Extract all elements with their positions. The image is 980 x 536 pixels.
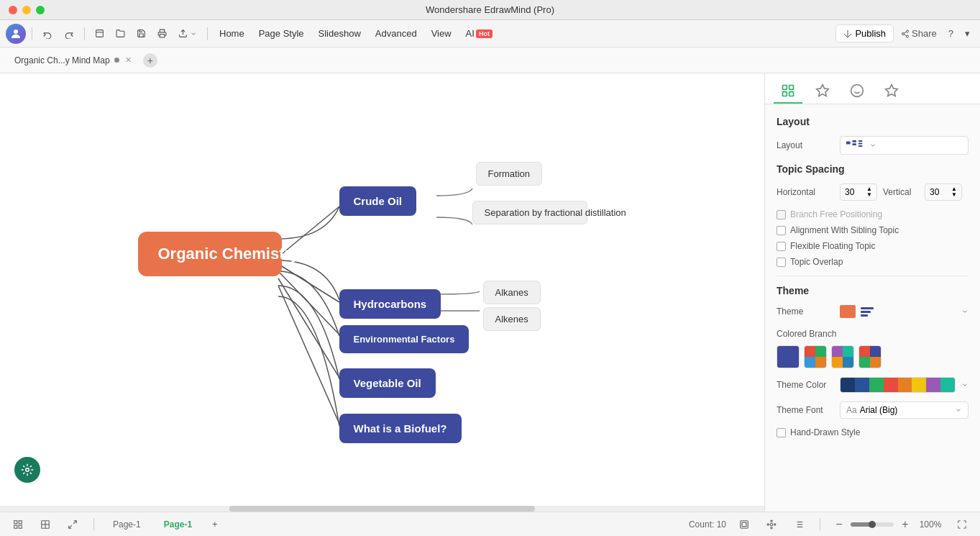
v-down-arrow[interactable]: ▼ bbox=[951, 192, 957, 198]
h-down-arrow[interactable]: ▼ bbox=[866, 192, 872, 198]
share-button[interactable]: Share bbox=[897, 25, 941, 42]
svg-rect-29 bbox=[858, 143, 863, 145]
branch-node-environmental[interactable]: Environmental Factors bbox=[339, 325, 470, 353]
tab-organic-chemistry[interactable]: Organic Ch...y Mind Map ✕ bbox=[9, 47, 137, 73]
theme-color-bar[interactable] bbox=[840, 377, 956, 393]
topic-overlap-row: Topic Overlap bbox=[777, 257, 968, 267]
tab-close-icon[interactable]: ✕ bbox=[125, 55, 132, 65]
svg-point-0 bbox=[14, 29, 18, 34]
menu-advanced[interactable]: Advanced bbox=[370, 25, 423, 42]
svg-point-22 bbox=[851, 85, 864, 97]
minimize-button[interactable] bbox=[22, 6, 31, 14]
leaf-node-formation[interactable]: Formation bbox=[476, 162, 543, 186]
sep-zoom bbox=[820, 518, 820, 531]
undo-button[interactable] bbox=[38, 26, 57, 42]
svg-rect-40 bbox=[741, 520, 748, 528]
branch-node-crude-oil[interactable]: Crude Oil bbox=[339, 186, 417, 216]
new-tab-button[interactable] bbox=[91, 26, 109, 41]
overview-btn[interactable] bbox=[735, 517, 754, 532]
layout-section-title: Layout bbox=[777, 116, 968, 127]
print-button[interactable] bbox=[153, 26, 171, 41]
save-button[interactable] bbox=[132, 26, 150, 41]
canvas[interactable]: Organic Chemistry Crude Oil Formation Se… bbox=[0, 73, 764, 512]
colored-branch-section: Colored Branch bbox=[777, 327, 968, 368]
add-tab-button[interactable]: + bbox=[143, 53, 157, 68]
alignment-sibling-row: Alignment With Sibling Topic bbox=[777, 225, 968, 235]
branch-node-hydrocarbons[interactable]: Hydrocarbons bbox=[339, 289, 441, 319]
menu-page-style[interactable]: Page Style bbox=[253, 25, 310, 42]
menu-ai[interactable]: AI Hot bbox=[460, 25, 498, 42]
svg-rect-41 bbox=[742, 522, 746, 527]
grid-view-btn[interactable] bbox=[36, 517, 55, 532]
cb-option-3[interactable] bbox=[831, 345, 854, 368]
publish-button[interactable]: Publish bbox=[835, 24, 894, 42]
redo-button[interactable] bbox=[60, 26, 78, 42]
svg-rect-34 bbox=[19, 525, 22, 528]
branch-free-positioning-row: Branch Free Positioning bbox=[777, 209, 968, 219]
panel-tab-ai[interactable] bbox=[808, 79, 837, 104]
vertical-spinner[interactable]: 30 ▲ ▼ bbox=[925, 183, 962, 201]
maximize-button[interactable] bbox=[36, 6, 45, 14]
alignment-sibling-checkbox[interactable] bbox=[777, 226, 786, 235]
svg-line-38 bbox=[73, 520, 76, 523]
add-page-btn[interactable]: + bbox=[208, 516, 222, 532]
svg-line-39 bbox=[69, 525, 72, 528]
horizontal-spinner[interactable]: 30 ▲ ▼ bbox=[840, 183, 877, 201]
panel-tab-face[interactable] bbox=[843, 79, 871, 104]
mindmap-view-btn[interactable] bbox=[762, 517, 781, 532]
fit-page-btn[interactable] bbox=[9, 517, 27, 532]
cb-option-2[interactable] bbox=[804, 345, 827, 368]
zoom-slider[interactable] bbox=[851, 522, 894, 527]
branch-node-biofuel[interactable]: What is a Biofuel? bbox=[339, 414, 462, 443]
panel-tab-style[interactable] bbox=[877, 79, 906, 104]
more-button[interactable]: ▾ bbox=[961, 25, 974, 42]
colored-branch-options bbox=[777, 345, 968, 368]
menu-slideshow[interactable]: Slideshow bbox=[313, 25, 367, 42]
page-1-tab[interactable]: Page-1 bbox=[106, 517, 148, 532]
cb-option-1[interactable] bbox=[777, 345, 800, 368]
open-button[interactable] bbox=[111, 26, 129, 41]
panel-content: Layout Layout Topic Spacing bbox=[765, 104, 980, 512]
zoom-thumb[interactable] bbox=[869, 521, 876, 528]
theme-dropdown[interactable] bbox=[840, 305, 968, 318]
branch-node-vegetable-oil[interactable]: Vegetable Oil bbox=[339, 368, 436, 398]
theme-section-title: Theme bbox=[777, 285, 968, 296]
hand-drawn-checkbox[interactable] bbox=[777, 428, 786, 437]
leaf-node-alkanes[interactable]: Alkanes bbox=[483, 281, 541, 304]
svg-point-45 bbox=[767, 523, 769, 524]
spacing-row: Horizontal 30 ▲ ▼ Vertical 30 ▲ ▼ bbox=[777, 183, 968, 201]
zoom-out-btn[interactable]: − bbox=[832, 517, 846, 532]
title-bar: Wondershare EdrawMind (Pro) bbox=[0, 0, 980, 20]
export-button[interactable] bbox=[174, 26, 201, 41]
page-1-active-tab[interactable]: Page-1 bbox=[157, 517, 199, 532]
cb-option-4[interactable] bbox=[858, 345, 881, 368]
app-title: Wondershare EdrawMind (Pro) bbox=[426, 4, 554, 15]
user-avatar[interactable] bbox=[6, 24, 26, 44]
theme-font-select[interactable]: Aa Arial (Big) bbox=[840, 401, 968, 419]
menu-view[interactable]: View bbox=[426, 25, 457, 42]
layout-dropdown[interactable] bbox=[840, 136, 968, 155]
panel-tab-layout[interactable] bbox=[774, 79, 802, 104]
root-node[interactable]: Organic Chemistry bbox=[138, 232, 282, 276]
close-button[interactable] bbox=[9, 6, 17, 14]
help-button[interactable]: ? bbox=[944, 25, 958, 42]
layout-label: Layout bbox=[777, 140, 834, 150]
fullscreen-btn[interactable] bbox=[63, 517, 82, 532]
ai-float-button[interactable] bbox=[14, 457, 40, 483]
leaf-node-alkenes[interactable]: Alkenes bbox=[483, 307, 541, 331]
tab-modified-indicator bbox=[114, 58, 119, 63]
leaf-node-separation[interactable]: Separation by fractional distillation bbox=[472, 201, 587, 224]
topic-overlap-checkbox[interactable] bbox=[777, 258, 786, 267]
layout-row: Layout bbox=[777, 136, 968, 155]
fit-screen-btn[interactable] bbox=[953, 517, 971, 532]
h-scrollbar-thumb[interactable] bbox=[229, 506, 535, 512]
svg-rect-19 bbox=[783, 92, 787, 96]
right-panel: Layout Layout Topic Spacing bbox=[764, 73, 980, 512]
flexible-floating-checkbox[interactable] bbox=[777, 242, 786, 251]
h-scrollbar[interactable] bbox=[0, 506, 764, 512]
svg-point-44 bbox=[771, 527, 772, 528]
outline-view-btn[interactable] bbox=[789, 517, 808, 532]
menu-home[interactable]: Home bbox=[214, 25, 250, 42]
zoom-in-btn[interactable]: + bbox=[898, 517, 912, 532]
branch-free-checkbox[interactable] bbox=[777, 210, 786, 219]
